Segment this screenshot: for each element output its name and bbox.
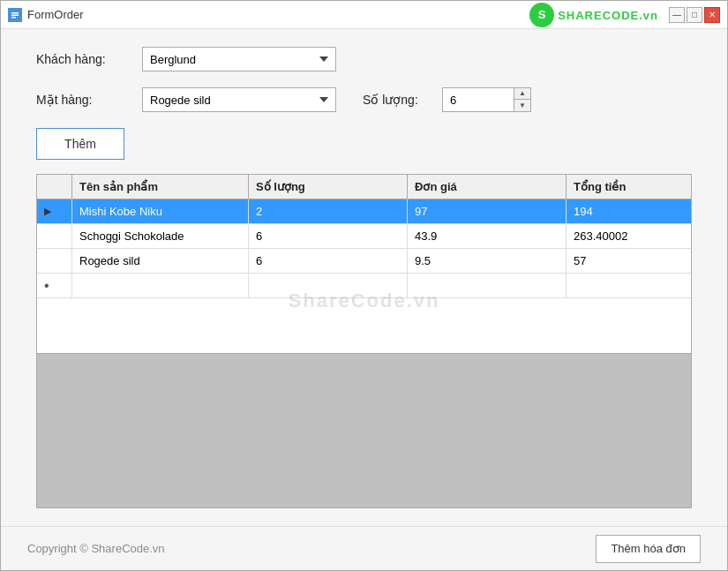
row-price: 43.9 bbox=[408, 224, 567, 248]
row-indicator bbox=[37, 224, 72, 248]
form-content: Khách hàng: Berglund Mặt hàng: Rogede si… bbox=[1, 29, 727, 526]
mat-hang-row: Mặt hàng: Rogede sild Số lượng: 6 ▲ ▼ bbox=[36, 87, 692, 112]
minimize-button[interactable]: — bbox=[669, 7, 685, 23]
table-row[interactable]: • bbox=[37, 274, 691, 298]
so-luong-input[interactable]: 6 bbox=[443, 88, 514, 111]
spinbox-down-button[interactable]: ▼ bbox=[514, 100, 530, 111]
row-indicator: ▶ bbox=[37, 199, 72, 223]
row-total: 194 bbox=[567, 199, 691, 223]
title-bar-right: S SHARECODE.vn — □ ✕ bbox=[529, 3, 720, 27]
logo-text: SHARECODE.vn bbox=[558, 7, 658, 23]
khach-hang-select[interactable]: Berglund bbox=[142, 47, 336, 71]
header-total: Tổng tiền bbox=[567, 175, 691, 199]
svg-rect-1 bbox=[11, 12, 19, 14]
svg-rect-3 bbox=[11, 17, 16, 19]
maximize-button[interactable]: □ bbox=[687, 7, 702, 23]
mat-hang-select[interactable]: Rogede sild bbox=[142, 87, 336, 112]
row-name: Schoggi Schokolade bbox=[72, 224, 249, 248]
row-name: Rogede sild bbox=[72, 249, 249, 273]
mat-hang-label: Mặt hàng: bbox=[36, 93, 142, 107]
row-total: 263.40002 bbox=[567, 224, 691, 248]
so-luong-label: Số lượng: bbox=[363, 93, 442, 107]
row-price bbox=[408, 274, 567, 297]
title-bar-left: FormOrder bbox=[8, 8, 84, 22]
row-name bbox=[72, 274, 249, 297]
them-button[interactable]: Thêm bbox=[36, 128, 124, 160]
main-window: FormOrder S SHARECODE.vn — □ ✕ bbox=[0, 0, 728, 571]
khach-hang-label: Khách hàng: bbox=[36, 52, 142, 66]
close-button[interactable]: ✕ bbox=[704, 7, 720, 23]
header-name: Tên sản phẩm bbox=[72, 175, 249, 199]
svg-rect-2 bbox=[11, 14, 19, 16]
footer: Copyright © ShareCode.vn Thêm hóa đơn bbox=[1, 526, 727, 570]
row-indicator: • bbox=[37, 274, 72, 297]
window-icon bbox=[8, 8, 22, 22]
row-qty: 6 bbox=[249, 224, 408, 248]
grid-header: Tên sản phẩm Số lượng Đơn giá Tổng tiền bbox=[37, 175, 691, 199]
grid-body: ▶ Mishi Kobe Niku 2 97 194 Schoggi Schok… bbox=[37, 199, 691, 353]
row-qty: 6 bbox=[249, 249, 408, 273]
logo-icon: S bbox=[529, 3, 554, 27]
window-title: FormOrder bbox=[27, 8, 84, 21]
spinbox-up-button[interactable]: ▲ bbox=[514, 88, 530, 100]
header-qty: Số lượng bbox=[249, 175, 408, 199]
header-indicator bbox=[37, 175, 72, 199]
row-qty bbox=[249, 274, 408, 297]
grid-gray-area bbox=[37, 353, 691, 507]
spinbox-buttons: ▲ ▼ bbox=[514, 88, 530, 111]
table-row[interactable]: ▶ Mishi Kobe Niku 2 97 194 bbox=[37, 199, 691, 224]
footer-copyright: Copyright © ShareCode.vn bbox=[27, 542, 165, 555]
row-qty: 2 bbox=[249, 199, 408, 223]
row-total bbox=[567, 274, 691, 297]
logo-area: S SHARECODE.vn bbox=[529, 3, 658, 27]
khach-hang-row: Khách hàng: Berglund bbox=[36, 47, 692, 71]
row-price: 97 bbox=[408, 199, 567, 223]
row-total: 57 bbox=[567, 249, 691, 273]
row-name: Mishi Kobe Niku bbox=[72, 199, 249, 223]
row-price: 9.5 bbox=[408, 249, 567, 273]
svg-text:S: S bbox=[538, 8, 546, 21]
title-bar: FormOrder S SHARECODE.vn — □ ✕ bbox=[1, 1, 727, 29]
table-row[interactable]: Rogede sild 6 9.5 57 bbox=[37, 249, 691, 274]
data-grid: Tên sản phẩm Số lượng Đơn giá Tổng tiền … bbox=[36, 174, 692, 508]
main-content: Khách hàng: Berglund Mặt hàng: Rogede si… bbox=[1, 29, 727, 526]
so-luong-spinbox: 6 ▲ ▼ bbox=[442, 87, 531, 112]
table-row[interactable]: Schoggi Schokolade 6 43.9 263.40002 bbox=[37, 224, 691, 249]
header-price: Đơn giá bbox=[408, 175, 567, 199]
them-hoa-don-button[interactable]: Thêm hóa đơn bbox=[596, 535, 701, 563]
window-controls: — □ ✕ bbox=[669, 7, 720, 23]
row-indicator bbox=[37, 249, 72, 273]
